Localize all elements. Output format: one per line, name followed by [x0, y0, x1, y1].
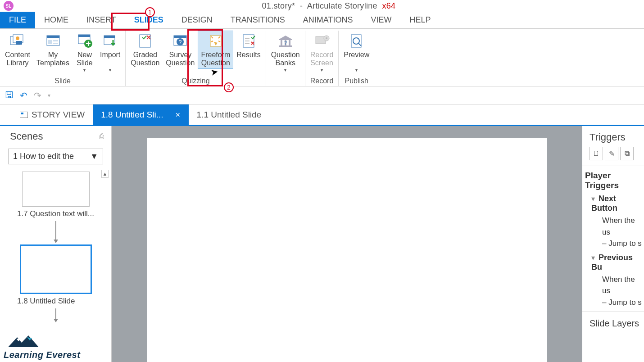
player-triggers-header: Player Triggers — [585, 171, 644, 190]
freeform-question-icon — [207, 32, 225, 50]
qa-more-icon[interactable]: ▾ — [48, 92, 50, 99]
content-library-button[interactable]: Content Library — [2, 31, 33, 74]
new-slide-icon — [76, 32, 94, 50]
ribbon-group-slide: Content Library My Templates New Slide▾ … — [0, 31, 126, 86]
slide-thumb-1-8[interactable] — [20, 244, 92, 294]
new-trigger-icon[interactable]: 🗋 — [590, 147, 603, 160]
connector-line — [55, 221, 56, 243]
triggers-title: Triggers — [582, 126, 644, 147]
results-button[interactable]: Results — [233, 31, 263, 69]
trigger-next-button[interactable]: ▾Next Button — [585, 190, 644, 215]
menu-bar: FILE HOME INSERT SLIDES DESIGN TRANSITIO… — [0, 12, 644, 29]
chevron-down-icon: ▾ — [591, 254, 595, 262]
menu-help[interactable]: HELP — [400, 12, 440, 28]
menu-slides[interactable]: SLIDES — [125, 12, 172, 28]
print-icon[interactable]: ⎙ — [100, 132, 104, 140]
svg-rect-8 — [53, 43, 58, 44]
question-banks-button[interactable]: ? Question Banks▾ — [268, 31, 303, 74]
question-banks-icon: ? — [277, 32, 295, 50]
close-icon[interactable]: ✕ — [175, 111, 181, 118]
group-label-publish: Publish — [345, 77, 368, 86]
menu-view[interactable]: VIEW — [362, 12, 400, 28]
import-button[interactable]: Import▾ — [97, 31, 123, 74]
menu-insert[interactable]: INSERT — [77, 12, 125, 28]
slide-layers-header: Slide Layers — [582, 312, 644, 329]
my-templates-button[interactable]: My Templates — [33, 31, 73, 74]
group-label-quizzing: Quizzing — [181, 77, 209, 86]
record-screen-icon — [313, 32, 331, 50]
menu-home[interactable]: HOME — [35, 12, 77, 28]
tab-story-view[interactable]: STORY VIEW — [12, 104, 93, 125]
my-templates-icon — [44, 32, 62, 50]
scenes-title: Scenes — [10, 131, 43, 142]
story-view-icon — [20, 112, 28, 118]
ribbon-slides: Content Library My Templates New Slide▾ … — [0, 29, 644, 86]
svg-point-2 — [16, 36, 19, 40]
svg-text:?: ? — [284, 40, 287, 45]
survey-question-button[interactable]: ? Survey Question — [163, 31, 198, 69]
graded-question-button[interactable]: Graded Question — [127, 31, 163, 69]
menu-file[interactable]: FILE — [0, 12, 35, 28]
svg-rect-10 — [78, 35, 90, 37]
svg-rect-13 — [104, 36, 115, 38]
group-label-qbanks — [284, 77, 286, 86]
svg-rect-24 — [279, 45, 292, 47]
main-area: Scenes ⎙ 1 How to edit the▼ ▲ 1.7 Questi… — [0, 126, 644, 362]
menu-design[interactable]: DESIGN — [172, 12, 222, 28]
app-badge-icon: SL — [4, 1, 14, 11]
svg-rect-7 — [53, 40, 58, 41]
connector-line — [55, 308, 56, 322]
svg-rect-5 — [47, 36, 59, 38]
group-label-record: Record — [310, 77, 334, 86]
scenes-dropdown[interactable]: 1 How to edit the▼ — [8, 149, 103, 164]
tab-slide-1-8[interactable]: 1.8 Untitled Sli...✕ — [93, 104, 188, 125]
ribbon-group-publish: Preview▾ Publish — [339, 31, 374, 86]
slide-thumb-1-7[interactable] — [22, 172, 90, 207]
svg-rect-21 — [281, 40, 282, 45]
watermark: Learning Everest — [4, 334, 80, 360]
document-tabs: STORY VIEW 1.8 Untitled Sli...✕ 1.1 Unti… — [0, 104, 644, 126]
svg-rect-16 — [174, 36, 186, 38]
menu-animations[interactable]: ANIMATIONS — [294, 12, 362, 28]
window-title: 01.story* - Articulate Storyline x64 — [14, 1, 644, 11]
ribbon-group-quizzing: Graded Question ? Survey Question Freefo… — [126, 31, 266, 86]
chevron-down-icon: ▼ — [90, 152, 98, 161]
svg-rect-23 — [289, 40, 290, 45]
svg-rect-3 — [16, 41, 22, 45]
quick-access-bar: 🖫 ↶ ↷ ▾ — [0, 86, 644, 104]
scenes-panel: Scenes ⎙ 1 How to edit the▼ ▲ 1.7 Questi… — [0, 126, 112, 362]
save-icon[interactable]: 🖫 — [5, 90, 14, 100]
mountain-icon — [4, 334, 58, 350]
graded-question-icon — [136, 32, 154, 50]
ribbon-group-record: Record Screen▾ Record — [305, 31, 339, 86]
thumb-label-1-7: 1.7 Question text will... — [7, 209, 104, 218]
trigger-prev-button[interactable]: ▾Previous Bu — [585, 249, 644, 274]
redo-icon[interactable]: ↷ — [34, 90, 41, 101]
trigger-next-detail: When the us– Jump to s — [585, 215, 644, 249]
scroll-up-button[interactable]: ▲ — [101, 170, 109, 178]
canvas-area — [112, 126, 582, 362]
new-slide-button[interactable]: New Slide▾ — [73, 31, 97, 74]
tab-slide-1-1[interactable]: 1.1 Untitled Slide — [189, 104, 270, 125]
chevron-down-icon: ▾ — [591, 195, 595, 203]
results-icon — [240, 32, 258, 50]
copy-trigger-icon[interactable]: ⧉ — [620, 147, 634, 160]
preview-button[interactable]: Preview▾ — [340, 31, 372, 74]
undo-icon[interactable]: ↶ — [20, 90, 27, 101]
preview-icon — [348, 32, 366, 50]
thumb-label-1-8: 1.8 Untitled Slide — [7, 297, 104, 306]
survey-question-icon: ? — [171, 32, 189, 50]
svg-text:?: ? — [179, 39, 182, 45]
menu-transitions[interactable]: TRANSITIONS — [222, 12, 294, 28]
record-screen-button[interactable]: Record Screen▾ — [307, 31, 337, 74]
trigger-prev-detail: When the us– Jump to s — [585, 274, 644, 308]
slide-canvas[interactable] — [147, 138, 547, 362]
freeform-question-button[interactable]: Freeform Question — [198, 31, 233, 69]
import-icon — [101, 32, 119, 50]
triggers-panel: Triggers 🗋 ✎ ⧉ Player Triggers ▾Next But… — [582, 126, 644, 362]
svg-point-28 — [326, 37, 327, 39]
group-label-slide: Slide — [54, 77, 71, 86]
content-library-icon — [9, 32, 27, 50]
title-bar: SL 01.story* - Articulate Storyline x64 — [0, 0, 644, 12]
edit-trigger-icon[interactable]: ✎ — [605, 147, 618, 160]
